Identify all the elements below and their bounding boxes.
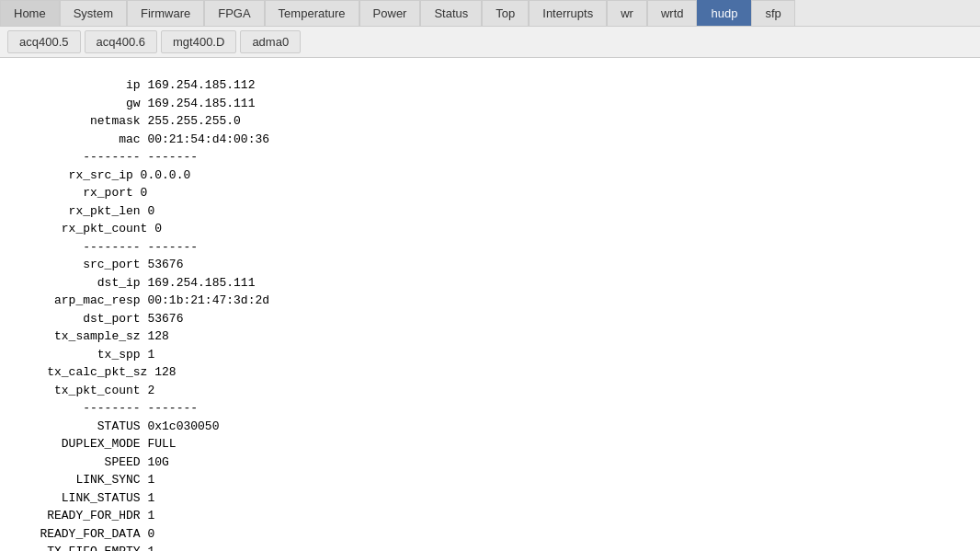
content-area: ip 169.254.185.112 gw 169.254.185.111 ne… xyxy=(0,58,980,551)
subtab-mgt400-d[interactable]: mgt400.D xyxy=(161,30,236,53)
subtab-acq400-6[interactable]: acq400.6 xyxy=(85,30,158,53)
tab-interrupts[interactable]: Interrupts xyxy=(529,0,607,26)
top-nav: HomeSystemFirmwareFPGATemperaturePowerSt… xyxy=(0,0,980,27)
tab-hudp[interactable]: hudp xyxy=(697,0,751,26)
sub-nav: acq400.5acq400.6mgt400.Dadma0 xyxy=(0,27,980,58)
tab-firmware[interactable]: Firmware xyxy=(127,0,204,26)
tab-fpga[interactable]: FPGA xyxy=(204,0,264,26)
tab-power[interactable]: Power xyxy=(359,0,421,26)
subtab-acq400-5[interactable]: acq400.5 xyxy=(7,30,81,53)
tab-status[interactable]: Status xyxy=(420,0,482,26)
tab-wr[interactable]: wr xyxy=(607,0,647,26)
data-display: ip 169.254.185.112 gw 169.254.185.111 ne… xyxy=(18,76,962,551)
tab-temperature[interactable]: Temperature xyxy=(265,0,359,26)
tab-sfp[interactable]: sfp xyxy=(751,0,794,26)
subtab-adma0[interactable]: adma0 xyxy=(240,30,301,53)
tab-system[interactable]: System xyxy=(60,0,127,26)
tab-top[interactable]: Top xyxy=(482,0,529,26)
tab-home[interactable]: Home xyxy=(0,0,60,26)
tab-wrtd[interactable]: wrtd xyxy=(647,0,698,26)
